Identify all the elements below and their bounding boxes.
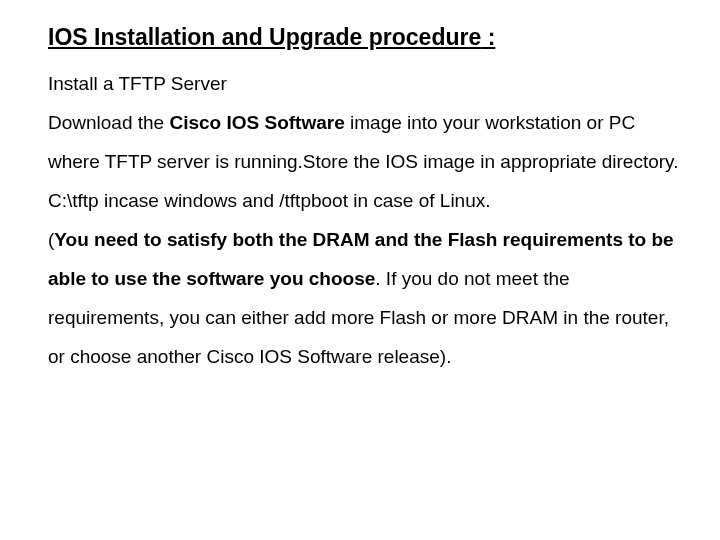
line-download-b: Cisco IOS Software <box>169 112 344 133</box>
page-title: IOS Installation and Upgrade procedure : <box>48 24 680 51</box>
title-underline: IOS Installation and Upgrade procedure <box>48 24 481 50</box>
document-page: IOS Installation and Upgrade procedure :… <box>0 0 720 377</box>
line-install: Install a TFTP Server <box>48 73 227 94</box>
line-download-a: Download the <box>48 112 169 133</box>
line-req-b: You need to satisfy both the DRAM and th… <box>48 229 674 289</box>
title-tail: : <box>481 24 495 50</box>
body-text: Install a TFTP Server Download the Cisco… <box>48 65 680 377</box>
